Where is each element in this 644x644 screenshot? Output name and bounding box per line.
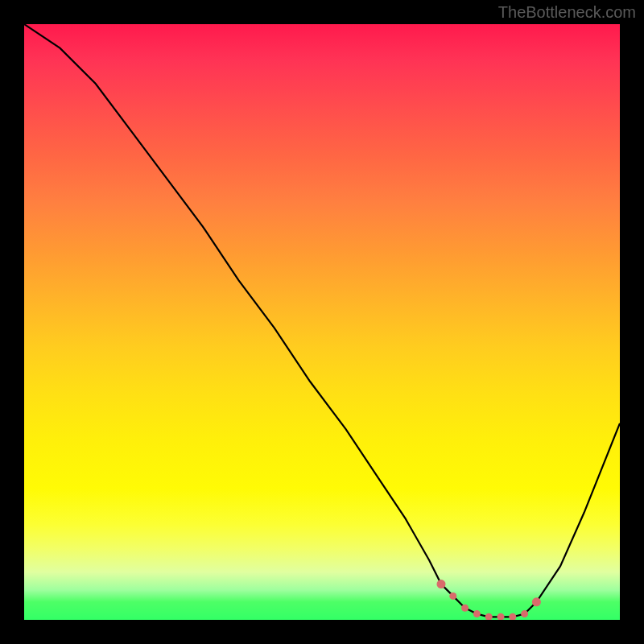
marker-dot xyxy=(437,580,446,588)
chart-plot-area xyxy=(24,24,620,620)
marker-dot xyxy=(532,597,541,606)
marker-dot xyxy=(461,605,469,612)
optimal-range-markers xyxy=(437,580,541,620)
marker-dot xyxy=(521,610,528,617)
marker-dot xyxy=(449,592,456,600)
marker-dot xyxy=(497,613,505,620)
chart-svg xyxy=(24,24,620,620)
bottleneck-curve-line xyxy=(24,24,620,617)
marker-dot xyxy=(473,610,481,617)
watermark-text: TheBottleneck.com xyxy=(498,3,636,22)
marker-dot xyxy=(485,613,493,620)
marker-dot xyxy=(509,613,516,620)
